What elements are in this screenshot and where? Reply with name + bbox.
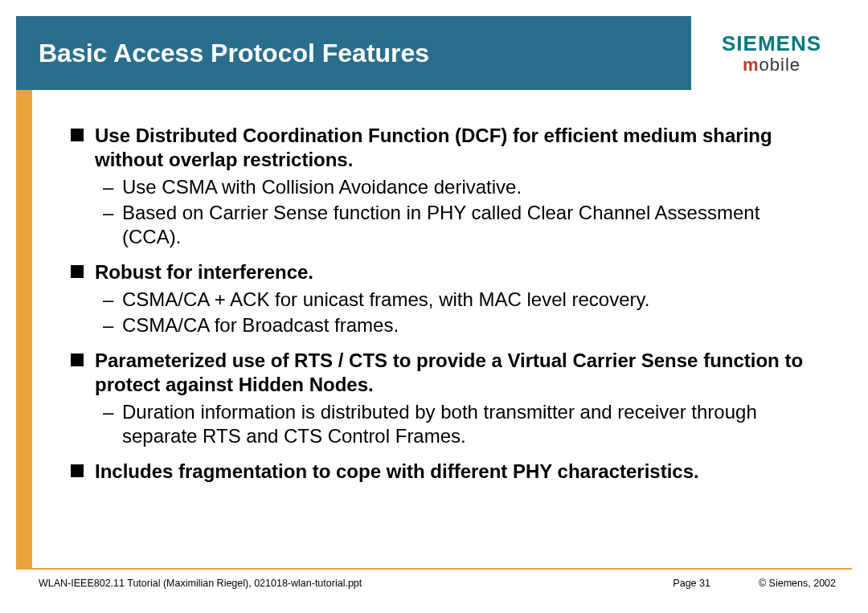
bullet-level1: Robust for interference. (71, 260, 820, 284)
brand-logo: SIEMENS mobile (691, 16, 852, 90)
bullet-level1: Includes fragmentation to cope with diff… (71, 460, 820, 484)
slide-title: Basic Access Protocol Features (16, 39, 429, 68)
dash-bullet-icon: – (103, 313, 117, 337)
logo-mobile-rest: obile (760, 55, 800, 75)
bullet-level2: – Use CSMA with Collision Avoidance deri… (103, 175, 820, 199)
bullet-level1: Use Distributed Coordination Function (D… (71, 124, 820, 172)
square-bullet-icon (71, 353, 84, 366)
logo-siemens-text: SIEMENS (722, 31, 821, 56)
square-bullet-icon (71, 265, 84, 278)
slide: Basic Access Protocol Features SIEMENS m… (0, 0, 868, 613)
dash-bullet-icon: – (103, 400, 117, 448)
square-bullet-icon (71, 129, 84, 141)
slide-inner: Basic Access Protocol Features SIEMENS m… (16, 16, 852, 597)
bullet-text: Use Distributed Coordination Function (D… (95, 124, 820, 172)
bullet-text: Duration information is distributed by b… (122, 400, 820, 448)
bullet-level2: – Based on Carrier Sense function in PHY… (103, 201, 820, 249)
bullet-text: CSMA/CA for Broadcast frames. (122, 313, 399, 337)
footer-copyright: © Siemens, 2002 (759, 578, 836, 589)
footer-left-text: WLAN-IEEE802.11 Tutorial (Maximilian Rie… (39, 578, 673, 589)
dash-bullet-icon: – (103, 201, 117, 249)
bullet-text: Based on Carrier Sense function in PHY c… (122, 201, 820, 249)
dash-bullet-icon: – (103, 175, 117, 199)
bullet-level2: – Duration information is distributed by… (103, 400, 820, 448)
slide-footer: WLAN-IEEE802.11 Tutorial (Maximilian Rie… (16, 568, 852, 597)
bullet-text: CSMA/CA + ACK for unicast frames, with M… (122, 288, 649, 312)
bullet-level2: – CSMA/CA + ACK for unicast frames, with… (103, 288, 820, 312)
side-accent-bar (16, 90, 32, 568)
dash-bullet-icon: – (103, 288, 117, 312)
bullet-text: Use CSMA with Collision Avoidance deriva… (122, 175, 522, 199)
logo-mobile-m: m (743, 55, 760, 75)
bullet-level2: – CSMA/CA for Broadcast frames. (103, 313, 820, 337)
bullet-text: Parameterized use of RTS / CTS to provid… (95, 349, 820, 397)
slide-content: Use Distributed Coordination Function (D… (32, 90, 852, 568)
square-bullet-icon (71, 464, 84, 477)
footer-page-number: Page 31 (673, 578, 710, 589)
bullet-text: Includes fragmentation to cope with diff… (95, 460, 699, 484)
bullet-level1: Parameterized use of RTS / CTS to provid… (71, 349, 820, 397)
logo-mobile-text: mobile (743, 55, 800, 76)
bullet-text: Robust for interference. (95, 260, 313, 284)
slide-header: Basic Access Protocol Features SIEMENS m… (16, 16, 852, 90)
